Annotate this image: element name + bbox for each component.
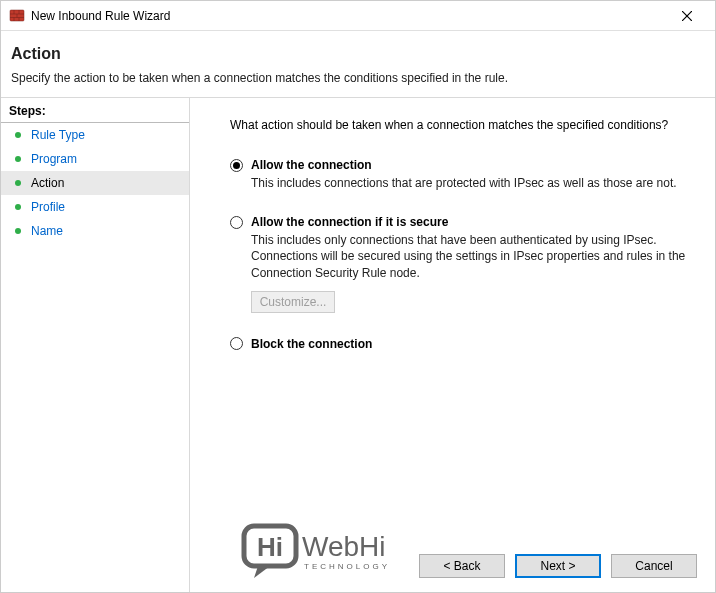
steps-sidebar: Steps: Rule Type Program Action Profile … <box>1 98 189 592</box>
button-row: < Back Next > Cancel <box>419 554 697 578</box>
back-button[interactable]: < Back <box>419 554 505 578</box>
steps-title: Steps: <box>1 98 189 123</box>
close-icon <box>682 11 692 21</box>
step-label: Action <box>31 176 64 190</box>
watermark-sub-text: TECHNOLOGY <box>304 562 390 571</box>
page-subheading: Specify the action to be taken when a co… <box>11 71 705 85</box>
body: Steps: Rule Type Program Action Profile … <box>1 98 715 592</box>
option-allow-title: Allow the connection <box>251 158 372 172</box>
action-prompt: What action should be taken when a conne… <box>230 118 687 132</box>
option-allow-secure-title: Allow the connection if it is secure <box>251 215 448 229</box>
window-title: New Inbound Rule Wizard <box>31 9 667 23</box>
customize-button: Customize... <box>251 291 335 313</box>
step-label: Profile <box>31 200 65 214</box>
option-allow-secure-row[interactable]: Allow the connection if it is secure <box>230 215 687 229</box>
step-label: Rule Type <box>31 128 85 142</box>
watermark: Hi WebHi TECHNOLOGY <box>240 516 440 586</box>
radio-block[interactable] <box>230 337 243 350</box>
titlebar: New Inbound Rule Wizard <box>1 1 715 31</box>
radio-allow-secure[interactable] <box>230 216 243 229</box>
main-panel: What action should be taken when a conne… <box>189 98 715 592</box>
header-section: Action Specify the action to be taken wh… <box>1 31 715 98</box>
option-allow-row[interactable]: Allow the connection <box>230 158 687 172</box>
wizard-window: New Inbound Rule Wizard Action Specify t… <box>0 0 716 593</box>
step-label: Name <box>31 224 63 238</box>
step-label: Program <box>31 152 77 166</box>
bullet-icon <box>15 132 21 138</box>
step-rule-type[interactable]: Rule Type <box>1 123 189 147</box>
close-button[interactable] <box>667 2 707 30</box>
option-allow-secure-desc: This includes only connections that have… <box>251 232 687 281</box>
svg-rect-11 <box>244 526 296 566</box>
step-name[interactable]: Name <box>1 219 189 243</box>
option-block: Block the connection <box>230 337 687 351</box>
next-button[interactable]: Next > <box>515 554 601 578</box>
radio-allow[interactable] <box>230 159 243 172</box>
bullet-icon <box>15 156 21 162</box>
bullet-icon <box>15 228 21 234</box>
option-block-title: Block the connection <box>251 337 372 351</box>
step-action[interactable]: Action <box>1 171 189 195</box>
bullet-icon <box>15 204 21 210</box>
step-program[interactable]: Program <box>1 147 189 171</box>
bullet-icon <box>15 180 21 186</box>
watermark-bubble-text: Hi <box>257 532 283 562</box>
option-allow: Allow the connection This includes conne… <box>230 158 687 191</box>
cancel-button[interactable]: Cancel <box>611 554 697 578</box>
option-block-row[interactable]: Block the connection <box>230 337 687 351</box>
option-allow-secure: Allow the connection if it is secure Thi… <box>230 215 687 313</box>
option-allow-desc: This includes connections that are prote… <box>251 175 687 191</box>
watermark-main-text: WebHi <box>302 531 386 562</box>
page-heading: Action <box>11 45 705 63</box>
step-profile[interactable]: Profile <box>1 195 189 219</box>
firewall-icon <box>9 8 25 24</box>
